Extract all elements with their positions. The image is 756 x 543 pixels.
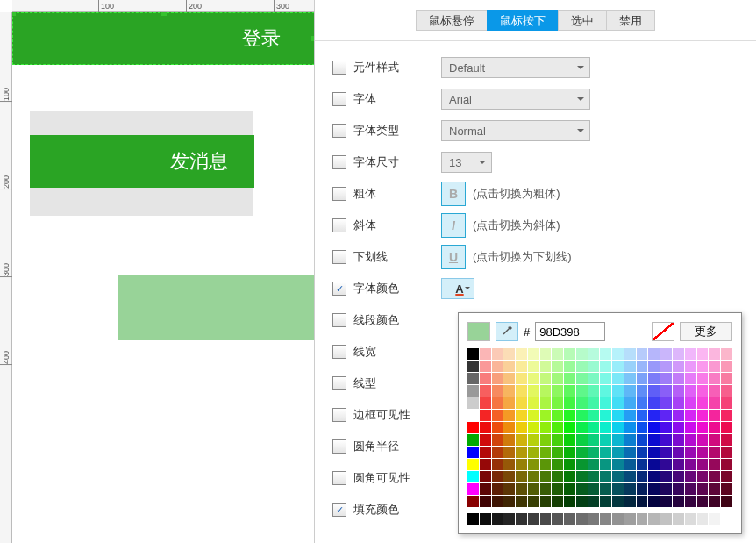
color-cell[interactable] [697,471,709,482]
color-cell[interactable] [540,447,552,458]
color-cell[interactable] [660,434,672,446]
color-cell[interactable] [673,361,684,372]
color-cell[interactable] [709,459,720,470]
color-cell[interactable] [552,361,563,372]
color-cell[interactable] [480,434,491,446]
color-cell[interactable] [685,471,696,482]
color-cell[interactable] [576,447,588,458]
checkbox[interactable] [332,124,346,138]
color-cell[interactable] [660,496,672,507]
color-cell[interactable] [721,434,732,446]
color-cell[interactable] [685,483,696,495]
color-cell[interactable] [673,459,684,470]
color-cell[interactable] [516,361,527,372]
tab-mouse-hover[interactable]: 鼠标悬停 [416,10,488,31]
color-cell[interactable] [600,447,611,458]
color-cell[interactable] [576,434,588,446]
color-cell[interactable] [564,348,575,360]
color-cell[interactable] [600,397,611,409]
color-cell[interactable] [552,447,563,458]
underline-toggle[interactable]: U [441,245,466,269]
color-cell[interactable] [660,447,672,458]
color-cell[interactable] [503,471,515,482]
color-cell[interactable] [600,434,611,446]
color-cell[interactable] [612,459,624,470]
color-cell[interactable] [648,513,660,525]
color-cell[interactable] [660,348,672,360]
color-cell[interactable] [697,361,709,372]
checkbox[interactable] [332,439,346,454]
color-cell[interactable] [624,496,636,507]
color-cell[interactable] [576,513,588,525]
color-cell[interactable] [588,447,600,458]
color-cell[interactable] [480,348,491,360]
checkbox[interactable] [332,250,346,264]
color-cell[interactable] [552,496,563,507]
color-cell[interactable] [673,483,684,495]
color-cell[interactable] [516,447,527,458]
checkbox[interactable] [332,313,346,327]
color-cell[interactable] [552,397,563,409]
color-cell[interactable] [673,513,684,525]
color-cell[interactable] [540,422,552,433]
font-type-dropdown[interactable]: Normal [441,120,590,141]
no-color-button[interactable] [652,322,674,341]
color-cell[interactable] [721,397,732,409]
color-cell[interactable] [673,434,684,446]
color-cell[interactable] [516,410,527,421]
color-cell[interactable] [528,496,539,507]
color-cell[interactable] [588,496,600,507]
color-cell[interactable] [709,361,720,372]
color-cell[interactable] [576,483,588,495]
color-cell[interactable] [624,447,636,458]
font-size-dropdown[interactable]: 13 [441,152,492,173]
color-cell[interactable] [709,447,720,458]
color-cell[interactable] [516,397,527,409]
color-cell[interactable] [503,447,515,458]
color-cell[interactable] [673,422,684,433]
color-cell[interactable] [600,410,611,421]
color-cell[interactable] [467,348,479,360]
color-cell[interactable] [576,410,588,421]
color-cell[interactable] [540,471,552,482]
color-cell[interactable] [540,373,552,384]
widget-login-button[interactable]: 登录 [12,12,314,65]
color-cell[interactable] [685,385,696,397]
color-cell[interactable] [467,459,479,470]
color-cell[interactable] [721,483,732,495]
color-cell[interactable] [721,447,732,458]
color-cell[interactable] [576,397,588,409]
color-cell[interactable] [637,410,648,421]
color-cell[interactable] [492,483,503,495]
font-dropdown[interactable]: Arial [441,89,590,110]
color-cell[interactable] [648,483,660,495]
color-cell[interactable] [624,459,636,470]
color-cell[interactable] [492,471,503,482]
color-cell[interactable] [576,385,588,397]
color-cell[interactable] [600,459,611,470]
color-cell[interactable] [588,410,600,421]
color-cell[interactable] [612,422,624,433]
color-cell[interactable] [492,422,503,433]
widget-green-rect[interactable] [118,275,314,340]
color-cell[interactable] [697,422,709,433]
color-cell[interactable] [528,422,539,433]
color-cell[interactable] [576,348,588,360]
color-cell[interactable] [673,471,684,482]
checkbox[interactable] [332,218,346,232]
color-cell[interactable] [624,483,636,495]
color-cell[interactable] [467,447,479,458]
color-cell[interactable] [685,447,696,458]
color-cell[interactable] [660,483,672,495]
color-cell[interactable] [480,397,491,409]
color-cell[interactable] [540,361,552,372]
color-cell[interactable] [564,483,575,495]
color-cell[interactable] [612,513,624,525]
color-cell[interactable] [528,447,539,458]
checkbox[interactable] [332,376,346,390]
color-cell[interactable] [564,361,575,372]
color-cell[interactable] [648,397,660,409]
color-cell[interactable] [637,483,648,495]
color-cell[interactable] [540,496,552,507]
tab-disabled[interactable]: 禁用 [606,10,655,31]
